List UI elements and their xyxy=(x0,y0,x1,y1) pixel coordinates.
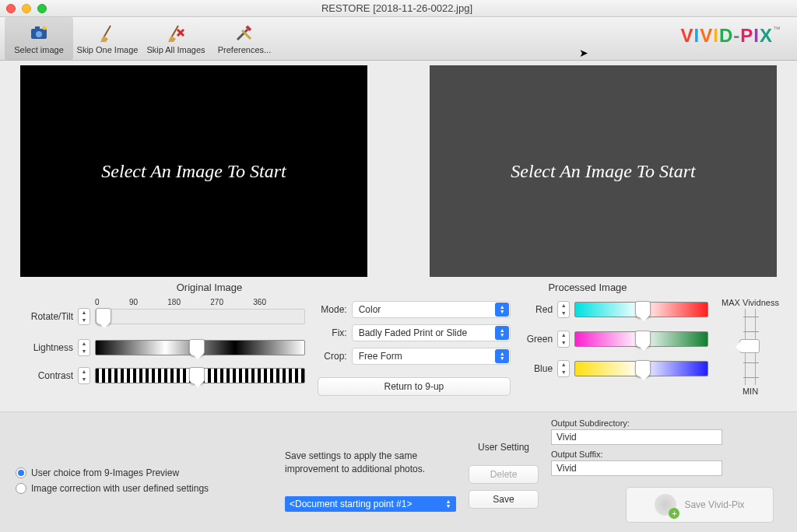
output-suffix-label: Output Suffix: xyxy=(551,450,781,459)
close-window-button[interactable] xyxy=(6,4,16,13)
save-description: Save settings to apply the same improvem… xyxy=(285,450,456,476)
output-subdir-input[interactable]: Vivid xyxy=(551,429,722,445)
logo: VIVID-PIX™ xyxy=(681,25,781,47)
crop-label: Crop: xyxy=(318,351,352,362)
zoom-window-button[interactable] xyxy=(37,4,47,13)
processed-preview: Select An Image To Start xyxy=(430,65,777,277)
titlebar: RESTORE [2018-11-26-0022.jpg] xyxy=(0,0,797,17)
contrast-label: Contrast xyxy=(16,370,78,381)
contrast-slider[interactable] xyxy=(95,368,305,383)
skip-all-label: Skip All Images xyxy=(146,45,205,54)
blue-stepper[interactable]: ▲▼ xyxy=(557,360,570,377)
skip-one-button[interactable]: Skip One Image xyxy=(73,17,142,60)
vividness-slider[interactable] xyxy=(745,309,756,385)
fix-label: Fix: xyxy=(318,327,352,338)
green-stepper[interactable]: ▲▼ xyxy=(557,331,570,348)
lightness-slider[interactable] xyxy=(95,340,305,355)
output-suffix-input[interactable]: Vivid xyxy=(551,460,722,476)
contrast-stepper[interactable]: ▲▼ xyxy=(78,367,90,384)
processed-image-label: Processed Image xyxy=(398,282,777,293)
save-vividpix-button[interactable]: Save Vivid-Pix xyxy=(626,487,774,523)
svg-rect-2 xyxy=(35,26,40,30)
mode-label: Mode: xyxy=(318,304,352,315)
rotate-stepper[interactable]: ▲▼ xyxy=(78,308,90,325)
toolbar: Select image Skip One Image Skip All Ima… xyxy=(0,17,797,61)
minimize-window-button[interactable] xyxy=(22,4,31,13)
output-subdir-label: Output Subdirectory: xyxy=(551,418,781,428)
lightness-label: Lightness xyxy=(16,342,78,353)
min-label: MIN xyxy=(743,387,758,396)
broom-x-icon xyxy=(166,23,186,43)
camera-icon xyxy=(29,23,49,43)
window-title: RESTORE [2018-11-26-0022.jpg] xyxy=(47,2,747,14)
green-slider[interactable] xyxy=(574,331,708,347)
crop-select[interactable]: Free Form▲▼ xyxy=(352,348,511,365)
radio-icon xyxy=(16,467,26,478)
return-9up-button[interactable]: Return to 9-up xyxy=(318,377,511,396)
max-vividness-label: MAX Vividness xyxy=(722,298,779,307)
broom-icon xyxy=(97,23,118,43)
green-label: Green xyxy=(518,334,557,345)
radio-icon xyxy=(16,483,26,494)
rotate-slider[interactable] xyxy=(95,309,305,324)
radio-9images[interactable]: User choice from 9-Images Preview xyxy=(16,465,272,481)
starting-point-select[interactable]: <Document starting point #1> ▲▼ xyxy=(285,496,456,512)
svg-point-1 xyxy=(36,31,42,37)
user-setting-header: User Setting xyxy=(469,442,539,453)
skip-one-label: Skip One Image xyxy=(77,45,139,54)
processed-placeholder: Select An Image To Start xyxy=(511,161,695,182)
preferences-button[interactable]: Preferences... xyxy=(210,17,279,60)
red-stepper[interactable]: ▲▼ xyxy=(557,301,570,318)
original-placeholder: Select An Image To Start xyxy=(101,161,286,182)
save-button[interactable]: Save xyxy=(469,490,539,509)
red-label: Red xyxy=(518,304,557,315)
delete-button[interactable]: Delete xyxy=(469,465,539,484)
preferences-label: Preferences... xyxy=(218,45,271,54)
radio-userdefined[interactable]: Image correction with user defined setti… xyxy=(16,481,272,496)
mode-select[interactable]: Color▲▼ xyxy=(352,301,511,318)
original-image-label: Original Image xyxy=(20,282,398,293)
rotate-label: Rotate/Tilt xyxy=(16,311,78,322)
gear-plus-icon xyxy=(655,494,676,516)
blue-label: Blue xyxy=(518,363,557,374)
blue-slider[interactable] xyxy=(574,361,708,376)
lightness-stepper[interactable]: ▲▼ xyxy=(78,339,90,356)
original-preview: Select An Image To Start xyxy=(20,65,367,277)
svg-point-3 xyxy=(43,26,47,30)
select-image-button[interactable]: Select image xyxy=(5,17,73,60)
fix-select[interactable]: Badly Faded Print or Slide▲▼ xyxy=(352,324,511,341)
tools-icon xyxy=(234,23,255,43)
select-image-label: Select image xyxy=(14,45,64,54)
red-slider[interactable] xyxy=(574,302,708,317)
skip-all-button[interactable]: Skip All Images xyxy=(142,17,210,60)
